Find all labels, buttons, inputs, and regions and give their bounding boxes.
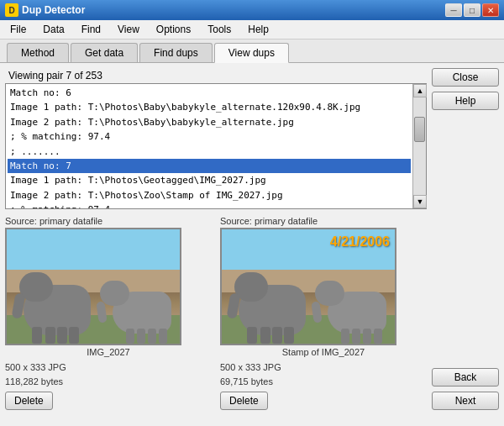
- menu-find[interactable]: Find: [75, 22, 108, 37]
- elephant4-trunk: [311, 301, 322, 323]
- image1-container: [5, 228, 181, 345]
- title-bar-controls: ─ □ ✕: [445, 3, 499, 17]
- next-button[interactable]: Next: [432, 392, 499, 410]
- image2-background: 4/21/2006: [222, 229, 395, 344]
- list-item[interactable]: ; % matching: 97.4: [8, 202, 411, 208]
- image1-delete-button[interactable]: Delete: [5, 392, 53, 410]
- minimize-button[interactable]: ─: [445, 3, 462, 17]
- app-icon: D: [5, 3, 18, 17]
- image1-bytes: 118,282 bytes: [5, 376, 63, 387]
- list-item[interactable]: ; .......: [8, 145, 411, 159]
- maximize-button[interactable]: □: [464, 3, 480, 17]
- back-button[interactable]: Back: [432, 368, 499, 387]
- image1-source-label: Source: primary datafile: [5, 216, 212, 226]
- list-scrollbar[interactable]: ▲ ▼: [412, 84, 426, 208]
- elephant2-head: [100, 281, 129, 306]
- image2-size: 500 x 333 JPG: [220, 362, 281, 372]
- image2-info: 500 x 333 JPG 69,715 bytes: [220, 360, 427, 388]
- tab-view-dups[interactable]: View dups: [214, 43, 289, 63]
- image2-panel: Source: primary datafile: [220, 216, 427, 410]
- list-item[interactable]: Image 2 path: T:\Photos\Zoo\Stamp of IMG…: [8, 188, 411, 202]
- elephant2-leg2: [148, 329, 156, 344]
- image1-info: 500 x 333 JPG 118,282 bytes: [5, 360, 212, 388]
- elephant4-leg2: [363, 329, 371, 344]
- match-list[interactable]: Match no: 6 Image 1 path: T:\Photos\Baby…: [5, 83, 427, 209]
- menu-help[interactable]: Help: [241, 22, 276, 37]
- elephant1-leg3: [57, 327, 67, 344]
- scroll-down-button[interactable]: ▼: [413, 195, 427, 208]
- elephant3-leg4: [284, 327, 294, 344]
- viewing-info: Viewing pair 7 of 253: [5, 68, 427, 83]
- tab-find-dups[interactable]: Find dups: [139, 43, 213, 62]
- main-area: Viewing pair 7 of 253 Match no: 6 Image …: [0, 63, 504, 415]
- elephant2-trunk: [96, 301, 107, 323]
- right-panel: Close Help Back Next: [432, 68, 499, 410]
- image2-name: Stamp of IMG_2027: [220, 347, 427, 357]
- images-row: Source: primary datafile: [5, 216, 427, 410]
- list-item[interactable]: Image 2 path: T:\Photos\Baby\babykyle_al…: [8, 115, 411, 129]
- help-button[interactable]: Help: [432, 92, 499, 110]
- tab-get-data[interactable]: Get data: [71, 43, 138, 62]
- elephant4-head: [315, 281, 344, 306]
- image2-action-row: Delete: [220, 392, 427, 410]
- elephant3-leg1: [247, 327, 257, 344]
- image1-background: [7, 229, 180, 344]
- elephant1-leg1: [32, 327, 42, 344]
- elephant3-leg2: [260, 327, 270, 344]
- menu-tools[interactable]: Tools: [201, 22, 238, 37]
- menu-view[interactable]: View: [111, 22, 146, 37]
- image1-name: IMG_2027: [5, 347, 212, 357]
- elephant3-leg3: [272, 327, 282, 344]
- list-content: Match no: 6 Image 1 path: T:\Photos\Baby…: [6, 84, 412, 208]
- menu-data[interactable]: Data: [36, 22, 71, 37]
- title-bar: D Dup Detector ─ □ ✕: [0, 0, 504, 20]
- elephant2-leg4: [126, 329, 134, 344]
- list-item[interactable]: Image 1 path: T:\Photos\Geotagged\IMG_20…: [8, 173, 411, 187]
- window-close-button[interactable]: ✕: [482, 3, 499, 17]
- image2-container: 4/21/2006: [220, 228, 396, 345]
- elephant4-leg4: [341, 329, 349, 344]
- scroll-track[interactable]: [413, 97, 426, 195]
- list-item[interactable]: Match no: 6: [8, 86, 411, 100]
- elephant1-leg4: [69, 327, 79, 344]
- tabs-row: Method Get data Find dups View dups: [0, 39, 504, 63]
- elephant4-leg3: [352, 329, 360, 344]
- scroll-up-button[interactable]: ▲: [413, 84, 427, 97]
- close-button[interactable]: Close: [432, 68, 499, 87]
- title-bar-text: Dup Detector: [22, 4, 445, 16]
- image2-source-label: Source: primary datafile: [220, 216, 427, 226]
- list-item-selected[interactable]: Match no: 7: [8, 159, 411, 173]
- image1-action-row: Delete: [5, 392, 212, 410]
- elephant2-leg3: [137, 329, 145, 344]
- tab-method[interactable]: Method: [7, 43, 69, 62]
- list-item[interactable]: Image 1 path: T:\Photos\Baby\babykyle_al…: [8, 100, 411, 114]
- menu-options[interactable]: Options: [150, 22, 197, 37]
- elephant2-leg1: [159, 329, 167, 344]
- image1-panel: Source: primary datafile: [5, 216, 212, 410]
- scroll-thumb[interactable]: [414, 117, 425, 142]
- left-panel: Viewing pair 7 of 253 Match no: 6 Image …: [5, 68, 427, 410]
- elephant1-leg2: [45, 327, 55, 344]
- image2-delete-button[interactable]: Delete: [220, 392, 268, 410]
- elephant4-leg1: [374, 329, 382, 344]
- list-item[interactable]: ; % matching: 97.4: [8, 129, 411, 144]
- image1-size: 500 x 333 JPG: [5, 362, 66, 372]
- menu-bar: File Data Find View Options Tools Help: [0, 20, 504, 39]
- menu-file[interactable]: File: [3, 22, 33, 37]
- image2-bytes: 69,715 bytes: [220, 376, 273, 387]
- date-overlay: 4/21/2006: [330, 234, 390, 250]
